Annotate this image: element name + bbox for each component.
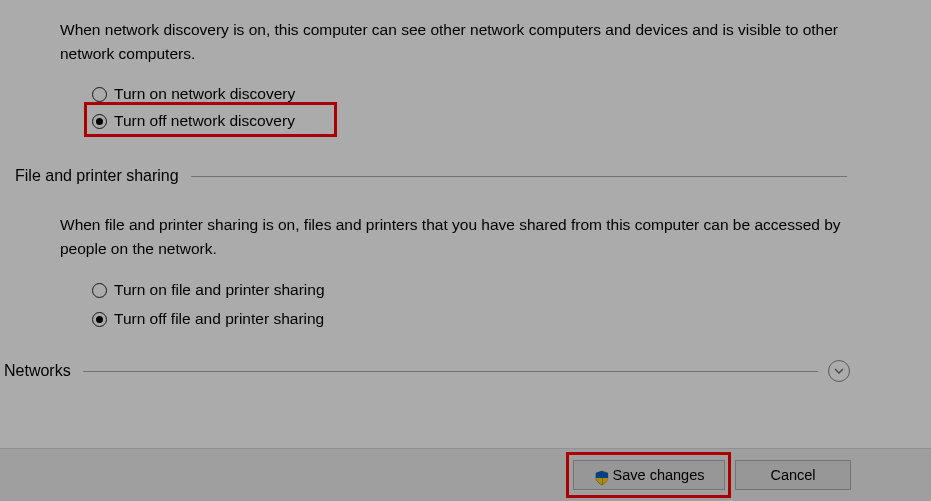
content-area: When network discovery is on, this compu… — [0, 0, 931, 448]
radio-unchecked-icon — [92, 283, 107, 298]
shield-icon — [594, 467, 610, 483]
divider-line — [191, 176, 847, 177]
radio-checked-icon — [92, 114, 107, 129]
radio-label: Turn on file and printer sharing — [114, 281, 325, 299]
save-button-label: Save changes — [613, 461, 705, 489]
radio-checked-icon — [92, 312, 107, 327]
radio-unchecked-icon — [92, 87, 107, 102]
save-button[interactable]: Save changes — [573, 460, 725, 490]
cancel-button[interactable]: Cancel — [735, 460, 851, 490]
cancel-button-label: Cancel — [770, 461, 815, 489]
radio-row-fps-off[interactable]: Turn off file and printer sharing — [92, 308, 324, 330]
section-header-fps[interactable]: File and printer sharing — [15, 167, 847, 185]
fps-description: When file and printer sharing is on, fil… — [60, 213, 850, 261]
section-label: Networks — [4, 362, 71, 380]
button-bar: Save changes Cancel — [0, 448, 931, 501]
radio-label: Turn on network discovery — [114, 85, 295, 103]
divider-line — [83, 371, 818, 372]
network-discovery-description: When network discovery is on, this compu… — [60, 18, 850, 66]
chevron-down-icon[interactable] — [828, 360, 850, 382]
section-header-networks[interactable]: Networks — [4, 360, 850, 382]
section-label: File and printer sharing — [15, 167, 179, 185]
radio-label: Turn off network discovery — [114, 112, 295, 130]
radio-row-nd-on[interactable]: Turn on network discovery — [92, 83, 295, 105]
radio-row-fps-on[interactable]: Turn on file and printer sharing — [92, 279, 325, 301]
radio-row-nd-off[interactable]: Turn off network discovery — [92, 110, 295, 132]
radio-label: Turn off file and printer sharing — [114, 310, 324, 328]
